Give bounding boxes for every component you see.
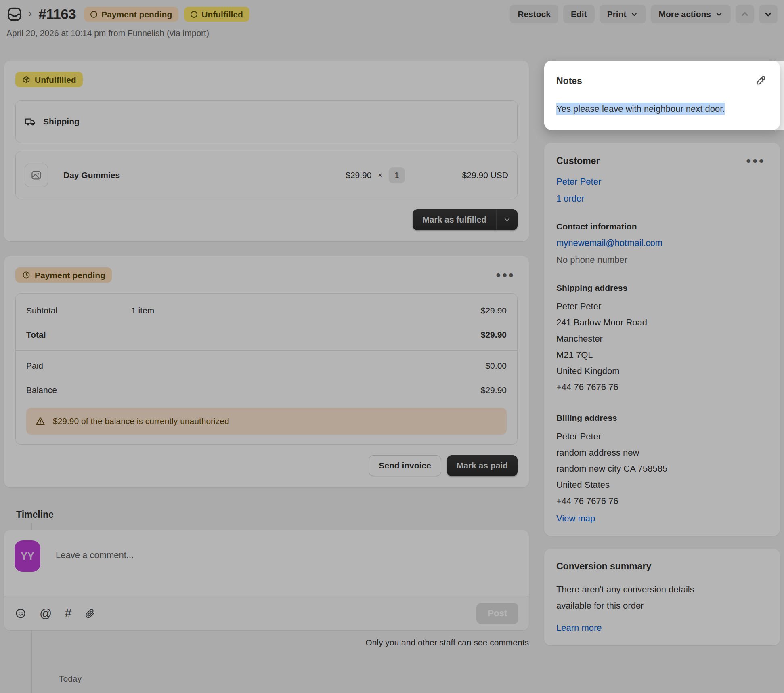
payment-pending-badge: Payment pending (15, 267, 112, 283)
unit-price: $29.90 (346, 170, 371, 180)
emoji-button[interactable] (15, 607, 27, 620)
conversion-heading: Conversion summary (556, 561, 651, 571)
subtotal-amount: $29.90 (481, 306, 507, 315)
learn-more-link[interactable]: Learn more (556, 623, 602, 633)
unauthorized-warning-banner: $29.90 of the balance is currently unaut… (26, 408, 507, 435)
payment-status-badge: Payment pending (84, 7, 178, 22)
page-title: #1163 (38, 6, 76, 22)
product-name-link[interactable]: Day Gummies (63, 170, 120, 180)
customer-name-link[interactable]: Peter Peter (556, 176, 601, 187)
subtotal-row: Subtotal 1 item $29.90 (16, 298, 517, 323)
fulfillment-card: Unfulfilled Shipping Day Gummies (4, 61, 529, 242)
note-text[interactable]: Yes please leave with neighbour next doo… (556, 101, 768, 117)
customer-heading: Customer (556, 155, 600, 166)
smiley-icon (15, 607, 27, 620)
orders-icon[interactable] (6, 6, 23, 22)
hashtag-button[interactable]: # (65, 607, 71, 620)
paid-row: Paid $0.00 (16, 354, 517, 378)
notes-card: Notes Yes please leave with neighbour ne… (544, 61, 780, 130)
previous-order-button[interactable] (736, 5, 754, 23)
unfulfilled-badge: Unfulfilled (15, 72, 83, 87)
attachment-button[interactable] (84, 608, 96, 619)
line-item-total: $29.90 USD (411, 170, 508, 180)
comment-toolbar: @ # Post (4, 596, 529, 630)
product-thumbnail (25, 164, 48, 187)
contact-information-heading: Contact information (556, 222, 768, 231)
notes-heading: Notes (556, 76, 582, 86)
mark-as-paid-button[interactable]: Mark as paid (447, 455, 518, 476)
clock-icon (22, 271, 31, 279)
billing-address: Peter Peter random address new random ne… (556, 428, 768, 509)
fulfill-options-caret[interactable] (496, 209, 518, 230)
total-amount: $29.90 (481, 330, 507, 340)
total-row: Total $29.90 (16, 323, 517, 347)
customer-email-link[interactable]: mynewemail@hotmail.com (556, 238, 662, 248)
package-icon (22, 75, 31, 84)
comment-composer: YY @ # Post (4, 530, 529, 630)
selected-note-text: Yes please leave with neighbour next doo… (556, 103, 725, 115)
send-invoice-button[interactable]: Send invoice (369, 455, 441, 476)
comment-input[interactable] (55, 540, 518, 586)
more-actions-button[interactable]: More actions (651, 5, 731, 23)
image-placeholder-icon (30, 169, 42, 181)
conversion-summary-card: Conversion summary There aren't any conv… (544, 549, 780, 645)
warning-icon (35, 416, 46, 426)
status-ring-icon (191, 11, 197, 18)
pencil-icon (755, 75, 766, 86)
quantity-pill: 1 (389, 167, 405, 183)
status-ring-icon (90, 11, 97, 18)
shipping-address-heading: Shipping address (556, 283, 768, 293)
paperclip-icon (84, 608, 96, 619)
payment-card: Payment pending ••• Subtotal 1 item $29.… (4, 256, 529, 487)
restock-button[interactable]: Restock (510, 5, 558, 23)
billing-address-heading: Billing address (556, 413, 768, 423)
totals-box: Subtotal 1 item $29.90 Total $29.90 Paid… (15, 293, 518, 445)
edit-button[interactable]: Edit (563, 5, 595, 23)
multiply-sign: × (378, 171, 382, 180)
print-button[interactable]: Print (600, 5, 646, 23)
mention-icon: @ (40, 607, 52, 620)
page-header: › #1163 Payment pending Unfulfilled Rest… (0, 0, 784, 23)
order-meta: April 20, 2026 at 10:14 pm from Funnelis… (6, 28, 784, 38)
mark-as-fulfilled-button[interactable]: Mark as fulfilled (413, 209, 518, 230)
hashtag-icon: # (65, 607, 71, 620)
no-phone-note: No phone number (556, 255, 768, 265)
breadcrumb-chevron-icon: › (28, 7, 32, 20)
payment-menu-button[interactable]: ••• (493, 269, 518, 281)
conversion-body: There aren't any conversion details avai… (556, 582, 730, 614)
truck-icon (25, 116, 36, 127)
avatar: YY (15, 540, 40, 572)
chevron-down-icon (715, 10, 723, 18)
timeline-heading: Timeline (16, 509, 529, 520)
totals-divider (16, 350, 517, 351)
chevron-down-icon (763, 9, 773, 19)
next-order-button[interactable] (759, 5, 778, 23)
shipping-method-box: Shipping (15, 100, 518, 143)
edit-note-button[interactable] (753, 74, 768, 88)
shipping-label: Shipping (43, 117, 80, 126)
balance-amount: $29.90 (481, 385, 507, 395)
balance-row: Balance $29.90 (16, 378, 517, 402)
customer-orders-link[interactable]: 1 order (556, 193, 585, 204)
customer-menu-button[interactable]: ••• (744, 155, 768, 167)
mention-button[interactable]: @ (40, 607, 52, 620)
subtotal-detail: 1 item (131, 306, 154, 315)
timeline-date-label: Today (59, 674, 529, 684)
customer-card: Customer ••• Peter Peter 1 order Contact… (544, 143, 780, 536)
comments-visibility-note: Only you and other staff can see comment… (4, 638, 529, 647)
line-item-row: Day Gummies $29.90 × 1 $29.90 USD (15, 151, 518, 200)
paid-amount: $0.00 (485, 361, 507, 371)
chevron-up-icon (740, 9, 750, 19)
shipping-address: Peter Peter 241 Barlow Moor Road Manches… (556, 298, 768, 395)
fulfillment-status-badge: Unfulfilled (184, 7, 249, 22)
post-button[interactable]: Post (476, 603, 518, 624)
chevron-down-icon (630, 10, 638, 18)
chevron-down-icon (503, 216, 511, 224)
view-map-link[interactable]: View map (556, 513, 595, 524)
